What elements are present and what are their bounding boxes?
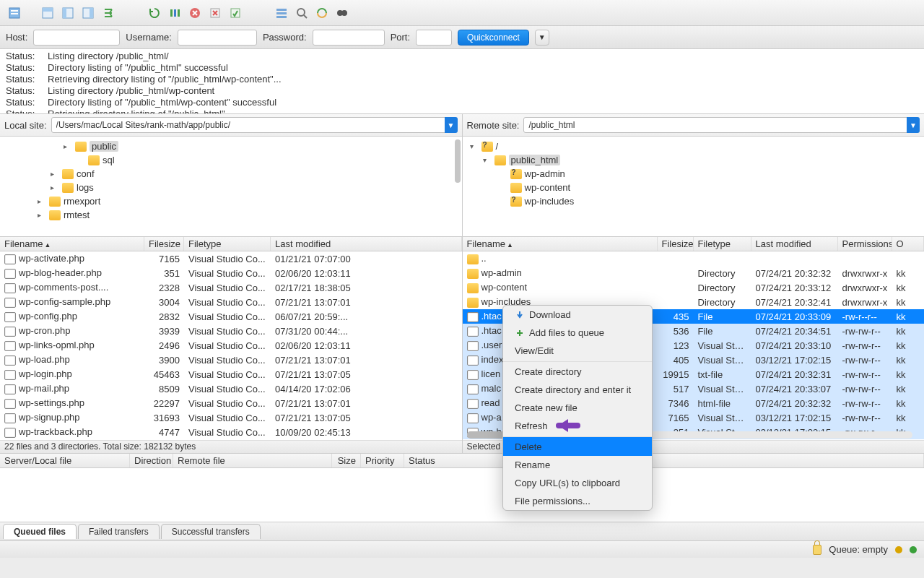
context-menu-item[interactable]: File permissions...	[503, 492, 652, 510]
toggle-log-icon[interactable]	[39, 4, 56, 22]
log-line: Status:Listing directory /public_html/wp…	[6, 85, 918, 97]
sort-asc-icon: ▲	[44, 241, 51, 249]
message-log: Status:Listing directory /public_html/St…	[0, 49, 924, 114]
file-row[interactable]: wp-contentDirectory07/24/21 20:33:12drwx…	[463, 280, 925, 295]
file-row[interactable]: wp-links-opml.php2496Visual Studio Co...…	[0, 338, 462, 353]
tree-item[interactable]: ▸rmtest	[0, 208, 462, 222]
context-menu-item[interactable]: Download	[503, 306, 652, 324]
tree-item[interactable]: ▸conf	[0, 167, 462, 181]
log-line: Status:Directory listing of "/public_htm…	[6, 97, 918, 108]
file-row[interactable]: wp-login.php45463Visual Studio Co...07/2…	[0, 367, 462, 381]
local-file-list[interactable]: Filename▲ Filesize Filetype Last modifie…	[0, 237, 462, 453]
tree-item[interactable]: wp-content	[463, 181, 925, 194]
tree-item[interactable]: ▸public	[0, 139, 462, 153]
file-row[interactable]: wp-trackback.php4747Visual Studio Co...1…	[0, 425, 462, 439]
svg-rect-1	[11, 10, 18, 12]
local-path-input[interactable]	[51, 117, 453, 133]
svg-rect-11	[178, 9, 180, 17]
context-menu-item[interactable]: Rename	[503, 456, 652, 474]
file-row[interactable]: wp-comments-post....2328Visual Studio Co…	[0, 280, 462, 295]
context-menu-item[interactable]: Create directory and enter it	[503, 381, 652, 399]
password-input[interactable]	[313, 30, 385, 46]
queue-tab[interactable]: Failed transfers	[78, 524, 160, 539]
queue-tab[interactable]: Successful transfers	[161, 524, 261, 539]
filter-icon[interactable]	[273, 4, 290, 22]
context-menu-item[interactable]: Copy URL(s) to clipboard	[503, 474, 652, 492]
refresh-icon[interactable]	[146, 4, 163, 22]
file-row[interactable]: wp-activate.php7165Visual Studio Co...01…	[0, 251, 462, 266]
remote-pane: Remote site: ▼ ▾/▾public_htmlwp-adminwp-…	[462, 114, 925, 236]
annotation-arrow-icon	[556, 419, 589, 432]
svg-rect-8	[90, 8, 93, 18]
remote-tree[interactable]: ▾/▾public_htmlwp-adminwp-contentwp-inclu…	[463, 137, 925, 236]
svg-rect-4	[43, 8, 53, 12]
tree-item[interactable]: ▸rmexport	[0, 194, 462, 208]
remote-site-label: Remote site:	[467, 120, 520, 131]
disconnect-icon[interactable]	[206, 4, 224, 22]
file-row[interactable]: wp-load.php3900Visual Studio Co...07/21/…	[0, 353, 462, 367]
remote-path-dropdown-icon[interactable]: ▼	[907, 117, 920, 133]
sort-asc-icon: ▲	[507, 241, 513, 249]
svg-rect-17	[276, 16, 287, 18]
lock-icon[interactable]	[813, 545, 821, 555]
tree-item[interactable]: ▸logs	[0, 181, 462, 194]
log-line: Status:Retrieving directory listing of "…	[6, 74, 918, 85]
toggle-queue-icon[interactable]	[100, 4, 117, 22]
file-row[interactable]: wp-signup.php31693Visual Studio Co...07/…	[0, 410, 462, 425]
queue-tabs: Queued filesFailed transfersSuccessful t…	[0, 522, 924, 540]
tree-item[interactable]: wp-admin	[463, 167, 925, 181]
host-input[interactable]	[33, 30, 120, 46]
local-tree[interactable]: ▸publicsql▸conf▸logs▸rmexport▸rmtest	[0, 137, 462, 236]
svg-rect-2	[11, 13, 18, 14]
sync-browse-icon[interactable]	[334, 4, 351, 22]
log-line: Status:Listing directory /public_html/	[6, 51, 918, 62]
svg-point-20	[341, 10, 347, 16]
tree-item[interactable]: ▾/	[463, 139, 925, 153]
svg-rect-16	[276, 12, 287, 14]
log-line: Status:Retrieving directory listing of "…	[6, 108, 918, 114]
context-menu-item[interactable]: View/Edit	[503, 342, 652, 360]
status-dot-ok-icon	[910, 546, 917, 553]
local-columns-header[interactable]: Filename▲ Filesize Filetype Last modifie…	[0, 237, 462, 251]
file-row[interactable]: ..	[463, 251, 925, 266]
toggle-remote-tree-icon[interactable]	[79, 4, 97, 22]
tree-item[interactable]: sql	[0, 153, 462, 167]
port-label: Port:	[391, 32, 410, 43]
status-dot-warning-icon	[895, 546, 902, 553]
username-input[interactable]	[178, 30, 257, 46]
queue-columns-header[interactable]: Server/Local file Direction Remote file …	[0, 454, 924, 468]
local-path-dropdown-icon[interactable]: ▼	[445, 117, 458, 133]
svg-point-18	[297, 9, 305, 16]
quickconnect-bar: Host: Username: Password: Port: Quickcon…	[0, 26, 924, 49]
remote-columns-header[interactable]: Filename▲ Filesize Filetype Last modifie…	[463, 237, 925, 251]
context-menu-item[interactable]: Delete	[503, 436, 652, 456]
local-site-label: Local site:	[4, 120, 47, 131]
cancel-icon[interactable]	[186, 4, 204, 22]
file-row[interactable]: wp-blog-header.php351Visual Studio Co...…	[0, 266, 462, 280]
context-menu-item[interactable]: Add files to queue	[503, 324, 652, 342]
file-row[interactable]: wp-mail.php8509Visual Studio Co...04/14/…	[0, 381, 462, 396]
toggle-local-tree-icon[interactable]	[59, 4, 77, 22]
compare-icon[interactable]	[313, 4, 331, 22]
tree-item[interactable]: ▾public_html	[463, 153, 925, 167]
port-input[interactable]	[416, 30, 452, 46]
file-row[interactable]: wp-cron.php3939Visual Studio Co...07/31/…	[0, 324, 462, 338]
site-manager-icon[interactable]	[6, 4, 23, 22]
context-menu-item[interactable]: Create new file	[503, 399, 652, 417]
process-queue-icon[interactable]	[166, 4, 183, 22]
local-pane: Local site: ▼ ▸publicsql▸conf▸logs▸rmexp…	[0, 114, 462, 236]
scrollbar-icon[interactable]	[455, 139, 461, 183]
quickconnect-dropdown-icon[interactable]: ▼	[535, 30, 549, 46]
file-row[interactable]: wp-config-sample.php3004Visual Studio Co…	[0, 295, 462, 309]
tree-item[interactable]: wp-includes	[463, 194, 925, 208]
quickconnect-button[interactable]: Quickconnect	[458, 30, 529, 46]
file-row[interactable]: wp-settings.php22297Visual Studio Co...0…	[0, 396, 462, 410]
svg-rect-9	[170, 9, 173, 17]
remote-path-input[interactable]	[523, 117, 915, 133]
context-menu-item[interactable]: Create directory	[503, 361, 652, 381]
queue-tab[interactable]: Queued files	[3, 524, 77, 539]
file-row[interactable]: wp-adminDirectory07/24/21 20:32:32drwxrw…	[463, 266, 925, 280]
search-icon[interactable]	[293, 4, 310, 22]
file-row[interactable]: wp-config.php2832Visual Studio Co...06/0…	[0, 309, 462, 324]
reconnect-icon[interactable]	[227, 4, 244, 22]
